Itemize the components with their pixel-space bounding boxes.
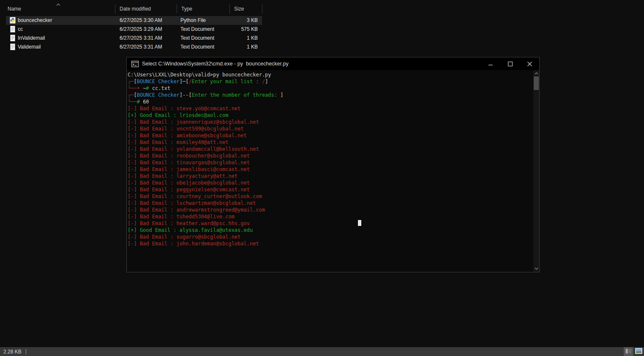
text-file-icon [9, 43, 16, 50]
file-row[interactable]: Validemail6/27/2025 3:31 AMText Document… [6, 43, 262, 52]
terminal-line: [-] Bad Email : sugarro@sbcglobal.net [128, 234, 532, 240]
column-header-date-label: Date modified [120, 6, 151, 12]
terminal-line: [-] Bad Email : yolandamccall@bellsouth.… [128, 146, 532, 152]
scrollbar-thumb[interactable] [534, 76, 539, 90]
status-bar: 2.28 KB [0, 347, 644, 356]
file-row[interactable]: cc6/27/2025 3:29 AMText Document575 KB [6, 25, 262, 34]
terminal-line: ┌─[BOUNCE Checker]--[Enter the number of… [128, 92, 532, 98]
terminal-line: [+] Good Email : alyssa.favila@utexas.ed… [128, 227, 532, 234]
file-date-modified: 6/27/2025 3:29 AM [120, 26, 162, 32]
terminal-scrollbar[interactable] [533, 70, 539, 272]
selection-size-text: 2.28 KB [0, 349, 22, 355]
file-size: 575 KB [241, 26, 258, 32]
status-bar-divider [26, 349, 26, 354]
terminal-window: Select C:\Windows\System32\cmd.exe - py … [126, 57, 540, 272]
window-controls [481, 57, 539, 70]
file-size: 1 KB [247, 44, 258, 50]
scroll-up-button[interactable] [533, 71, 539, 76]
thumbnails-view-button[interactable] [633, 347, 644, 356]
details-view-button[interactable] [624, 347, 633, 356]
minimize-button[interactable] [481, 57, 500, 70]
terminal-body[interactable]: C:\Users\LXXL\Desktop\valid>py bounceche… [127, 70, 539, 272]
scroll-down-button[interactable] [533, 266, 539, 272]
terminal-line: [-] Bad Email : larryactuary@att.net [128, 173, 532, 179]
terminal-line: [-] Bad Email : obe1jacobe@sbcglobal.net [128, 179, 532, 186]
terminal-cursor [358, 220, 361, 226]
terminal-line: [-] Bad Email : msmiley40@att.net [128, 139, 532, 146]
file-row[interactable]: bouncechecker6/27/2025 3:30 AMPython Fil… [6, 16, 262, 25]
terminal-line: [-] Bad Email : andrewarmstrongreed@ymai… [128, 207, 532, 213]
terminal-line: └──# 60 [128, 98, 532, 105]
file-name: Validemail [18, 44, 41, 50]
terminal-line: [-] Bad Email : john.hardeman@sbcglobal.… [128, 240, 532, 247]
file-row[interactable]: InValidemail6/27/2025 3:31 AMText Docume… [6, 34, 262, 43]
terminal-line: [-] Bad Email : peggynielsen@comcast.net [128, 186, 532, 193]
text-file-icon [9, 35, 16, 41]
terminal-line: [-] Bad Email : lschwartzman@sbcglobal.n… [128, 200, 532, 207]
terminal-line: └──• ~# cc.txt [128, 85, 532, 92]
column-header-type-label: Type [181, 6, 192, 12]
thumbnails-view-icon [635, 348, 642, 355]
file-list: bouncechecker6/27/2025 3:30 AMPython Fil… [0, 16, 644, 52]
file-type: Python File [180, 17, 206, 23]
view-mode-buttons [624, 347, 644, 356]
file-date-modified: 6/27/2025 3:31 AM [120, 44, 162, 50]
file-date-modified: 6/27/2025 3:31 AM [120, 35, 162, 41]
python-file-icon [9, 17, 16, 24]
terminal-line: [-] Bad Email : steve.yob@comcast.net [128, 105, 532, 112]
terminal-line: ┌─[BOUNCE Checker]─[/Enter your mail lis… [128, 78, 532, 85]
terminal-titlebar[interactable]: Select C:\Windows\System32\cmd.exe - py … [127, 57, 539, 70]
terminal-line: [-] Bad Email : amieboone@sbcglobal.net [128, 132, 532, 139]
file-date-modified: 6/27/2025 3:30 AM [120, 17, 162, 23]
terminal-line: [-] Bad Email : heather.ward@psc.hhs.gov [128, 220, 532, 227]
sort-ascending-icon [56, 1, 60, 7]
cmd-icon [131, 61, 139, 67]
maximize-button[interactable] [500, 57, 520, 70]
file-type: Text Document [180, 35, 214, 41]
column-header-size[interactable]: Size [230, 4, 262, 14]
terminal-line: [-] Bad Email : jameslibasci@comcast.net [128, 166, 532, 173]
column-header-date-modified[interactable]: Date modified [115, 4, 177, 14]
file-size: 3 KB [247, 17, 258, 23]
terminal-line: C:\Users\LXXL\Desktop\valid>py bounceche… [128, 71, 532, 78]
column-header-name[interactable]: Name [0, 4, 115, 14]
file-name: bouncechecker [18, 17, 52, 23]
terminal-line: [-] Bad Email : vncnt599@sbcglobal.net [128, 125, 532, 132]
file-type: Text Document [180, 44, 214, 50]
column-header-name-label: Name [8, 6, 21, 12]
details-view-icon [626, 348, 631, 355]
column-header-size-label: Size [234, 6, 244, 12]
terminal-line: [-] Bad Email : ronboucher@sbcglobal.net [128, 152, 532, 159]
text-file-icon [9, 26, 16, 33]
terminal-title: Select C:\Windows\System32\cmd.exe - py … [142, 61, 289, 67]
close-button[interactable] [520, 57, 539, 70]
file-name: InValidemail [18, 35, 45, 41]
terminal-line: [-] Bad Email : courtney_curtner@outlook… [128, 193, 532, 200]
terminal-line: [-] Bad Email : joannenriquez@sbcglobal.… [128, 119, 532, 125]
file-type: Text Document [180, 26, 214, 32]
column-header-row: Name Date modified Type Size [0, 3, 263, 14]
column-header-type[interactable]: Type [177, 4, 230, 14]
file-name: cc [18, 26, 23, 32]
file-size: 1 KB [247, 35, 258, 41]
terminal-line: [-] Bad Email : tshedd5304@live.com [128, 213, 532, 220]
terminal-line: [-] Bad Email : tinavargas@sbcglobal.net [128, 159, 532, 166]
terminal-line: [+] Good Email : lriosdec@aol.com [128, 112, 532, 119]
